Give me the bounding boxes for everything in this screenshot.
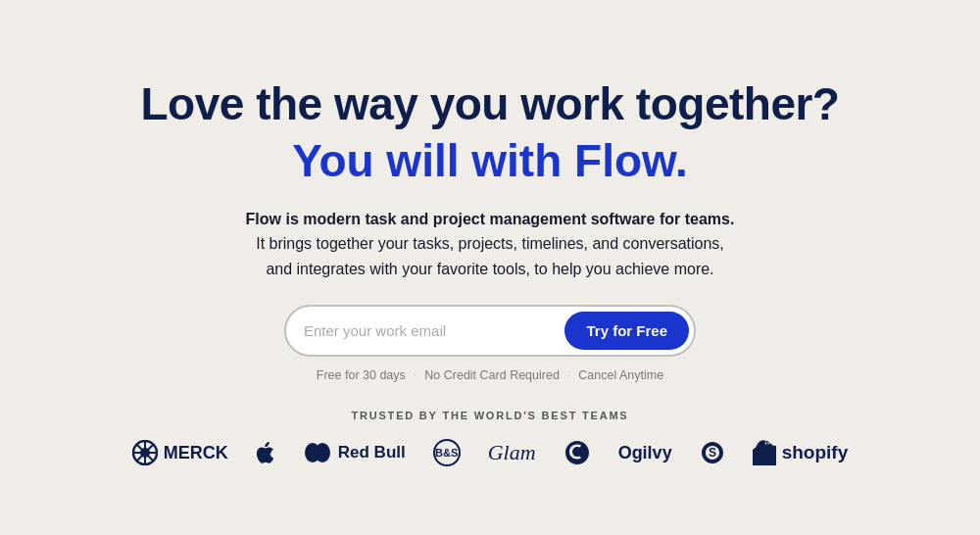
try-free-button[interactable]: Try for Free [564, 312, 689, 350]
dot2: · [567, 368, 570, 382]
logo-glam: Glam [488, 440, 536, 465]
subheadline-normal: It brings together your tasks, projects,… [256, 235, 724, 277]
carhartt-icon [564, 439, 591, 466]
ogilvy-text: Ogilvy [618, 443, 672, 463]
redbull-icon [303, 441, 332, 464]
logo-redbull: Red Bull [303, 441, 406, 464]
trusted-label: TRUSTED BY THE WORLD'S BEST TEAMS [351, 410, 628, 421]
redbull-text: Red Bull [338, 443, 406, 462]
glam-text: Glam [488, 440, 536, 465]
logo-bs: B&S [433, 439, 461, 466]
logo-merck: MERCK [132, 440, 228, 465]
shopify-text: shopify [782, 442, 849, 463]
svg-text:S: S [709, 446, 716, 460]
headline-line2: You will with Flow. [292, 134, 688, 187]
logo-carhartt [564, 439, 591, 466]
merck-text: MERCK [164, 443, 228, 463]
note-part2: No Credit Card Required [424, 368, 560, 382]
logos-row: MERCK Red Bull B&S Glam [132, 439, 848, 466]
note-part3: Cancel Anytime [578, 368, 663, 382]
main-container: Love the way you work together? You will… [0, 39, 980, 497]
email-form: Try for Free [284, 305, 696, 357]
squarespace-icon: S [700, 440, 725, 465]
form-note: Free for 30 days · No Credit Card Requir… [317, 368, 663, 382]
email-input[interactable] [304, 322, 564, 339]
subheadline-bold: Flow is modern task and project manageme… [246, 211, 735, 227]
headline-line1: Love the way you work together? [141, 78, 840, 130]
merck-icon [132, 440, 158, 465]
logo-ogilvy: Ogilvy [618, 443, 672, 463]
logo-squarespace: S [700, 440, 725, 465]
svg-point-7 [315, 443, 330, 462]
shopify-icon [753, 440, 776, 465]
logo-apple [256, 441, 275, 464]
note-part1: Free for 30 days [317, 368, 406, 382]
logo-shopify: shopify [753, 440, 849, 465]
subheadline: Flow is modern task and project manageme… [246, 207, 735, 282]
apple-icon [256, 441, 275, 464]
dot1: · [414, 368, 416, 382]
